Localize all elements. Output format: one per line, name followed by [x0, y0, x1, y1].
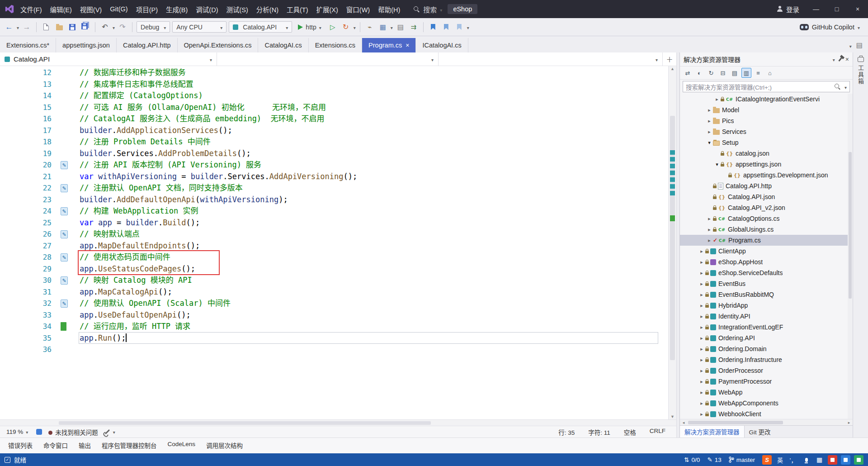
type-dropdown[interactable]	[217, 52, 439, 66]
app-green-tray-icon[interactable]	[854, 455, 863, 465]
visual-studio-logo-icon[interactable]	[3, 3, 16, 15]
tree-item[interactable]: WebApp	[680, 387, 853, 398]
panel-horizontal-scrollbar[interactable]: ◂ ▸	[680, 419, 853, 425]
editor[interactable]: 12// 数据库迁移和种子数据服务13// 集成事件日志和事件总线配置14// …	[0, 66, 676, 419]
tree-item[interactable]: Ordering.API	[680, 333, 853, 343]
expander-icon[interactable]	[698, 270, 705, 276]
menu-item[interactable]: 扩展(X)	[312, 0, 342, 18]
code-line[interactable]: 21var withApiVersioning = builder.Servic…	[0, 171, 668, 183]
hot-reload-dropdown-icon[interactable]	[354, 23, 356, 31]
scroll-right-icon[interactable]: ▸	[845, 420, 853, 425]
code-line[interactable]: 13// 集成事件日志和事件总线配置	[0, 79, 668, 90]
expander-icon[interactable]	[698, 314, 705, 319]
document-tab[interactable]: CatalogAI.cs	[258, 38, 308, 52]
expander-icon[interactable]	[698, 324, 705, 330]
open-file-icon[interactable]	[54, 22, 65, 33]
search-icon[interactable]	[834, 83, 841, 90]
sogou-tray-icon[interactable]	[762, 455, 772, 465]
code-line[interactable]: 19builder.Services.AddProblemDetails();	[0, 148, 668, 160]
tree-item[interactable]: Services	[680, 126, 853, 137]
document-list-dropdown-icon[interactable]	[849, 42, 852, 49]
bookmark-dropdown-icon[interactable]	[467, 23, 469, 31]
code-line[interactable]: 34// 运行应用，监听 HTTP 请求	[0, 321, 668, 333]
startup-project-dropdown[interactable]: Catalog.API	[229, 21, 292, 33]
mic-tray-icon[interactable]	[802, 455, 811, 465]
expander-icon[interactable]	[706, 140, 713, 146]
split-window-icon[interactable]: ＋	[663, 52, 676, 66]
tree-item[interactable]: eShop.ServiceDefaults	[680, 267, 853, 278]
expander-icon[interactable]	[706, 238, 713, 243]
navigate-back-dropdown-icon[interactable]	[17, 23, 19, 31]
tree-item[interactable]: Setup	[680, 137, 853, 148]
start-debugging-button[interactable]: http	[294, 21, 325, 33]
document-tab[interactable]: Program.cs	[362, 38, 416, 52]
line-indicator[interactable]: 行: 35	[558, 428, 575, 437]
document-tab[interactable]: Extensions.cs	[309, 38, 362, 52]
tree-item[interactable]: EventBus	[680, 278, 853, 289]
expander-icon[interactable]	[698, 379, 705, 385]
dock-tab[interactable]: 命令窗口	[38, 440, 73, 451]
menu-item[interactable]: 生成(B)	[162, 0, 192, 18]
code-cleanup-icon[interactable]	[364, 22, 375, 33]
tree-item[interactable]: ICatalogIntegrationEventServi	[680, 94, 853, 105]
navigate-forward-icon[interactable]	[21, 22, 32, 33]
code-line[interactable]: 22// 注册默认 OpenAPI 文档，同时支持多版本	[0, 182, 668, 194]
code-line[interactable]: 15// 可选 AI 服务 (Ollama/OpenAI) 初始化 无环境，不启…	[0, 102, 668, 114]
scrollbar-thumb[interactable]	[59, 421, 431, 425]
close-icon[interactable]	[406, 42, 409, 48]
sync-with-active-document-icon[interactable]	[765, 68, 775, 78]
tree-item[interactable]: eShop.AppHost	[680, 257, 853, 267]
tree-item[interactable]: CatalogOptions.cs	[680, 213, 853, 224]
code-line[interactable]: 23builder.AddDefaultOpenApi(withApiVersi…	[0, 194, 668, 206]
code-area[interactable]: 12// 数据库迁移和种子数据服务13// 集成事件日志和事件总线配置14// …	[0, 66, 668, 419]
expander-icon[interactable]	[698, 303, 705, 309]
expander-icon[interactable]	[698, 390, 705, 395]
scroll-left-icon[interactable]: ◂	[680, 420, 687, 425]
previous-bookmark-icon[interactable]	[441, 22, 452, 33]
preview-selected-items-icon[interactable]	[741, 68, 751, 78]
expander-icon[interactable]	[698, 368, 705, 374]
code-line[interactable]: 20// 注册 API 版本控制 (API Versioning) 服务	[0, 159, 668, 171]
menu-item[interactable]: 文件(F)	[16, 0, 46, 18]
menu-item[interactable]: 视图(V)	[76, 0, 106, 18]
document-tab[interactable]: Catalog.API.http	[117, 38, 178, 52]
expander-icon[interactable]	[698, 248, 705, 254]
code-line[interactable]: 35app.Run();	[0, 333, 668, 344]
text-tray-icon[interactable]: ’，	[788, 455, 798, 465]
expander-icon[interactable]	[706, 227, 713, 233]
code-line[interactable]: 14// 配置绑定 (CatalogOptions)	[0, 90, 668, 102]
code-line[interactable]: 26// 映射默认端点	[0, 228, 668, 240]
next-bookmark-icon[interactable]	[454, 22, 465, 33]
git-branch-selector[interactable]: master	[729, 456, 755, 463]
panel-splitter[interactable]	[676, 52, 680, 437]
eol-indicator[interactable]: CRLF	[650, 428, 665, 437]
tree-item[interactable]: HybridApp	[680, 300, 853, 311]
menu-item[interactable]: 帮助(H)	[374, 0, 404, 18]
tree-item[interactable]: catalog.json	[680, 148, 853, 159]
app-blue-tray-icon[interactable]	[841, 455, 850, 465]
tree-item[interactable]: ✓Program.cs	[680, 235, 853, 246]
editor-horizontal-scrollbar[interactable]	[0, 419, 676, 426]
project-dropdown[interactable]: Catalog.API	[0, 52, 217, 66]
minimize-button[interactable]	[806, 0, 826, 18]
column-indicator[interactable]: 字符: 11	[588, 428, 610, 437]
dock-tab[interactable]: 输出	[73, 440, 96, 451]
hot-reload-icon[interactable]	[340, 22, 351, 33]
navigate-back-icon[interactable]	[4, 22, 14, 33]
solution-name-badge[interactable]: eShop	[448, 4, 477, 14]
member-dropdown[interactable]	[439, 52, 663, 66]
panel-tab[interactable]: Git 更改	[745, 426, 775, 437]
expander-icon[interactable]	[706, 216, 713, 222]
document-tab[interactable]: ICatalogAI.cs	[416, 38, 468, 52]
spaces-indicator[interactable]: 空格	[624, 428, 636, 437]
toolbox-vertical-tab[interactable]: 工具箱	[856, 65, 865, 85]
code-line[interactable]: 29app.UseStatusCodePages();	[0, 263, 668, 275]
code-line[interactable]: 17builder.AddApplicationServices();	[0, 125, 668, 137]
properties-icon[interactable]	[753, 68, 763, 78]
menu-item[interactable]: 调试(D)	[192, 0, 222, 18]
tree-item[interactable]: IntegrationEventLogEF	[680, 322, 853, 333]
document-tab[interactable]: appsettings.json	[56, 38, 117, 52]
document-health[interactable]: 未找到相关问题	[48, 428, 98, 437]
scrollbar-thumb[interactable]	[688, 421, 783, 424]
redo-icon[interactable]	[117, 22, 128, 33]
